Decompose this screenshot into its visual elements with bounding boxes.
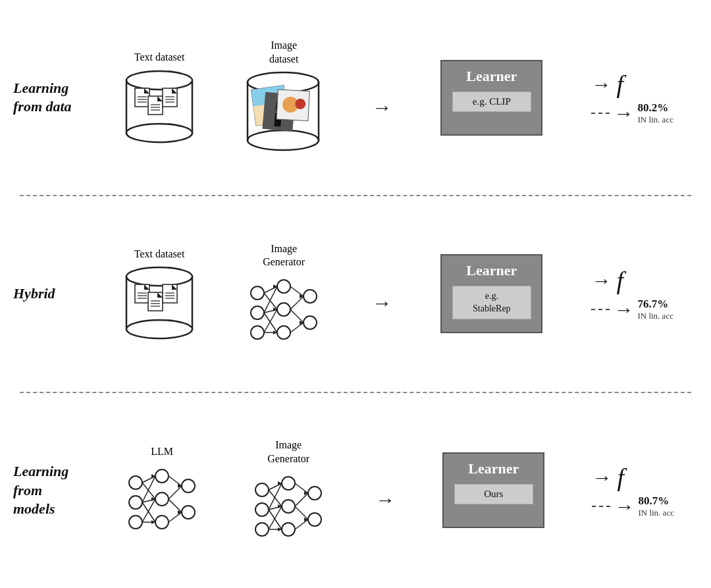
svg-line-116 [295,520,308,529]
svg-point-56 [303,290,317,303]
learner-group-1: Learner e.g. CLIP [440,60,542,136]
acc-num-1: 80.2% [637,101,668,115]
svg-rect-35 [135,284,149,303]
svg-line-89 [169,476,182,486]
output-group-1: → f → 80.2% IN lin. acc [591,70,673,125]
svg-point-1 [126,71,192,90]
svg-line-59 [264,293,277,309]
svg-point-76 [129,516,142,529]
arrow-to-acc-3: → [614,495,634,518]
arrow-2: → [372,292,392,314]
row-label-1: Learningfrom data [0,79,99,117]
svg-point-78 [155,493,169,506]
learner-group-3: Learner Ours [442,452,544,528]
image-dataset-label-1: Imagedataset [269,39,298,67]
arrow-to-acc-2: → [614,298,633,321]
svg-line-107 [269,490,282,506]
svg-point-52 [251,326,264,339]
image-cylinder-1 [244,70,323,156]
row-learning-from-models: Learningfrommodels LLM [0,393,711,588]
arrow-to-acc-1: → [614,102,633,124]
svg-rect-3 [135,88,149,107]
row-items-1: Text dataset [99,39,711,156]
f-symbol-3: f [617,463,624,492]
svg-rect-13 [163,88,177,107]
learner-box-2: Learner e.g.StableRep [440,254,542,333]
acc-text-1: IN lin. acc [637,115,673,125]
image-dataset-group-1: Imagedataset [244,39,323,156]
svg-point-77 [155,469,169,483]
arrow-to-f-1: → [591,73,611,95]
svg-rect-8 [148,96,163,115]
image-gen-label-2: ImageGenerator [263,242,305,270]
arrow-3: → [375,489,395,511]
llm-neural-net-3 [122,463,201,535]
output-group-3: → f → 80.7% IN lin. acc [592,463,674,518]
svg-point-102 [282,500,295,513]
svg-point-81 [182,506,195,519]
svg-line-83 [142,483,155,499]
svg-line-113 [295,483,308,493]
acc-text-2: IN lin. acc [637,311,673,321]
f-output-2: → f [591,266,673,295]
svg-point-105 [308,513,321,526]
output-group-2: → f → 76.7% IN lin. acc [591,266,673,321]
text-cylinder-1 [123,68,196,144]
learner-box-1: Learner e.g. CLIP [440,60,542,136]
svg-point-100 [255,523,269,536]
svg-line-91 [169,499,182,512]
text-dataset-label-2: Text dataset [134,248,185,261]
svg-point-101 [282,477,295,490]
row-learning-from-data: Learningfrom data Text dataset [0,0,711,195]
svg-line-92 [169,512,182,522]
text-dataset-group-2: Text dataset [123,248,196,341]
text-cylinder-2 [123,265,196,340]
svg-point-34 [126,320,192,338]
row-label-3: Learningfrommodels [0,462,99,519]
svg-line-90 [169,486,182,499]
f-symbol-2: f [616,266,623,295]
neural-net-2 [244,273,323,346]
acc-block-1: 80.2% IN lin. acc [637,101,673,125]
arrow-to-f-2: → [591,269,611,292]
svg-rect-45 [163,284,177,303]
svg-line-114 [295,493,308,506]
row-items-3: LLM [99,439,711,543]
svg-point-50 [251,286,264,300]
learner-inner-1: e.g. CLIP [452,92,531,112]
dashed-line-3 [592,506,610,507]
svg-rect-40 [148,292,163,311]
row-hybrid: Hybrid Text dataset [0,196,711,391]
svg-point-57 [303,316,317,329]
acc-row-3: → 80.7% IN lin. acc [592,494,674,518]
svg-point-75 [129,496,142,509]
learner-title-2: Learner [466,262,517,279]
text-dataset-group-1: Text dataset [123,51,196,144]
llm-group-3: LLM [122,445,201,535]
svg-point-98 [255,483,269,496]
acc-row-2: → 76.7% IN lin. acc [591,298,673,321]
dashed-line-1 [591,113,610,114]
llm-label-3: LLM [151,445,173,459]
svg-point-54 [277,303,290,316]
acc-block-2: 76.7% IN lin. acc [637,298,673,321]
svg-point-33 [126,267,192,286]
acc-num-3: 80.7% [638,494,669,508]
acc-row-1: → 80.2% IN lin. acc [591,101,673,125]
image-gen-group-2: ImageGenerator [244,242,323,346]
arrow-to-f-3: → [592,466,612,489]
dashed-line-2 [591,309,610,310]
svg-point-104 [308,487,321,500]
image-gen-label-3: ImageGenerator [267,439,309,466]
svg-point-103 [282,523,295,536]
acc-block-3: 80.7% IN lin. acc [638,494,674,518]
svg-line-67 [290,309,303,323]
learner-title-1: Learner [466,68,517,85]
learner-inner-2: e.g.StableRep [452,286,531,319]
f-output-3: → f [592,463,674,492]
svg-point-20 [248,130,319,150]
acc-num-2: 76.7% [637,298,668,311]
svg-line-115 [295,506,308,520]
svg-point-74 [129,476,142,489]
learner-group-2: Learner e.g.StableRep [440,254,542,333]
